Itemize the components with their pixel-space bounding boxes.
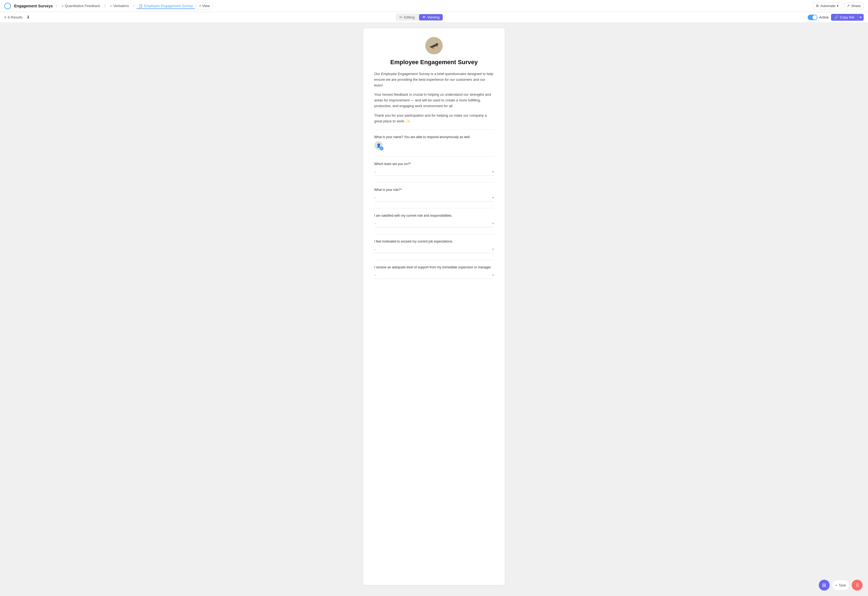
divider-4 [374, 208, 494, 208]
active-toggle-wrap: Active [807, 15, 828, 20]
add-name-button[interactable]: + [379, 146, 384, 150]
survey-icon: 📋 [139, 4, 143, 8]
viewing-button[interactable]: 👁 Viewing [419, 14, 443, 21]
survey-avatar-wrap: 🛹 [374, 37, 494, 55]
automate-icon: ⚙ [816, 4, 819, 8]
nav-verbatims[interactable]: ≡ Verbatims [108, 3, 131, 9]
copy-link-button[interactable]: 🔗 Copy link [831, 14, 858, 21]
share-button[interactable]: ↗ Share [844, 2, 864, 9]
field-role-label: What is your role?* [374, 188, 494, 192]
nav-quantitative-feedback[interactable]: ≡ Quantitative Feedback [59, 3, 102, 9]
grid-icon: ⠿ [856, 582, 859, 588]
satisfied-select-wrap[interactable]: – ▾ [374, 220, 494, 227]
role-select-arrow: ▾ [493, 196, 494, 199]
chevron-down-icon: ▾ [837, 4, 838, 8]
divider-6 [374, 260, 494, 260]
list-icon-2: ≡ [110, 4, 112, 8]
add-task-button[interactable]: + Task [832, 580, 849, 590]
field-name-label: What is your name? You are able to respo… [374, 135, 494, 139]
active-label: Active [819, 15, 828, 19]
support-select-value: – [374, 273, 493, 277]
field-support: I receive an adequate level of support f… [374, 266, 494, 279]
motivated-select-value: – [374, 247, 493, 251]
support-select-wrap[interactable]: – ▾ [374, 271, 494, 279]
app-title: Engagement Surveys [14, 4, 53, 8]
name-input-wrap: 👤 + [374, 141, 494, 150]
field-role: What is your role?* – ▾ [374, 188, 494, 202]
satisfied-select-arrow: ▾ [493, 222, 494, 225]
field-support-label: I receive an adequate level of support f… [374, 266, 494, 269]
app-logo [4, 3, 11, 9]
role-select-value: – [374, 196, 493, 199]
active-toggle[interactable] [807, 15, 818, 20]
divider-5 [374, 234, 494, 234]
share-icon: ↗ [847, 4, 850, 8]
results-badge: ≡ 6 Results [4, 15, 22, 19]
table-icon: ⊞ [822, 582, 826, 588]
survey-desc-3: Thank you for your participation and for… [374, 113, 494, 124]
copy-link-chevron[interactable]: ▾ [858, 14, 864, 21]
table-view-button[interactable]: ⊞ [819, 580, 830, 590]
nav-right: ⚙ Automate ▾ ↗ Share [813, 2, 864, 9]
view-mode-toggle: ✏ Editing 👁 Viewing [396, 13, 443, 21]
survey-desc-2: Your honest feedback is crucial in helpi… [374, 92, 494, 109]
bottom-buttons: ⊞ + Task ⠿ [819, 580, 862, 590]
field-satisfied-label: I am satisfied with my current role and … [374, 214, 494, 217]
list-icon-3: ≡ [4, 15, 6, 19]
field-motivated: I feel motivated to exceed my current jo… [374, 239, 494, 253]
automate-button[interactable]: ⚙ Automate ▾ [813, 2, 842, 9]
main-content: 🛹 Employee Engagement Survey Our Employe… [0, 23, 868, 596]
toolbar-right: Active 🔗 Copy link ▾ [807, 14, 864, 21]
satisfied-select-value: – [374, 221, 493, 226]
nav-employee-survey[interactable]: 📋 Employee Engagement Survey [136, 3, 195, 9]
grid-view-button[interactable]: ⠿ [852, 580, 862, 590]
field-team: Which team are you on?* – ▾ [374, 162, 494, 176]
toolbar: ≡ 6 Results ⬇ ✏ Editing 👁 Viewing Active… [0, 12, 868, 23]
pencil-icon: ✏ [400, 15, 403, 19]
role-select-wrap[interactable]: – ▾ [374, 194, 494, 202]
list-icon: ≡ [62, 4, 63, 8]
survey-desc-1: Our Employee Engagement Survey is a brie… [374, 71, 494, 88]
download-button[interactable]: ⬇ [25, 14, 31, 21]
survey-avatar: 🛹 [425, 37, 443, 55]
motivated-select-wrap[interactable]: – ▾ [374, 245, 494, 253]
field-team-label: Which team are you on?* [374, 162, 494, 166]
eye-icon: 👁 [422, 15, 426, 19]
editing-button[interactable]: ✏ Editing [396, 14, 418, 21]
survey-title: Employee Engagement Survey [374, 59, 494, 66]
team-select-arrow: ▾ [493, 170, 494, 173]
link-icon: 🔗 [834, 15, 838, 19]
team-select-value: – [374, 170, 493, 174]
top-nav: Engagement Surveys / ≡ Quantitative Feed… [0, 0, 868, 12]
field-satisfied: I am satisfied with my current role and … [374, 214, 494, 227]
toolbar-left: ≡ 6 Results ⬇ [4, 14, 31, 21]
field-name: What is your name? You are able to respo… [374, 135, 494, 150]
divider-3 [374, 182, 494, 183]
team-select-wrap[interactable]: – ▾ [374, 168, 494, 176]
plus-icon: + [836, 583, 837, 587]
survey-description: Our Employee Engagement Survey is a brie… [374, 71, 494, 124]
name-avatar: 👤 + [374, 141, 383, 150]
field-motivated-label: I feel motivated to exceed my current jo… [374, 239, 494, 243]
motivated-select-arrow: ▾ [493, 248, 494, 251]
support-select-arrow: ▾ [493, 273, 494, 276]
view-button[interactable]: + View [196, 2, 213, 9]
survey-card: 🛹 Employee Engagement Survey Our Employe… [363, 28, 505, 585]
